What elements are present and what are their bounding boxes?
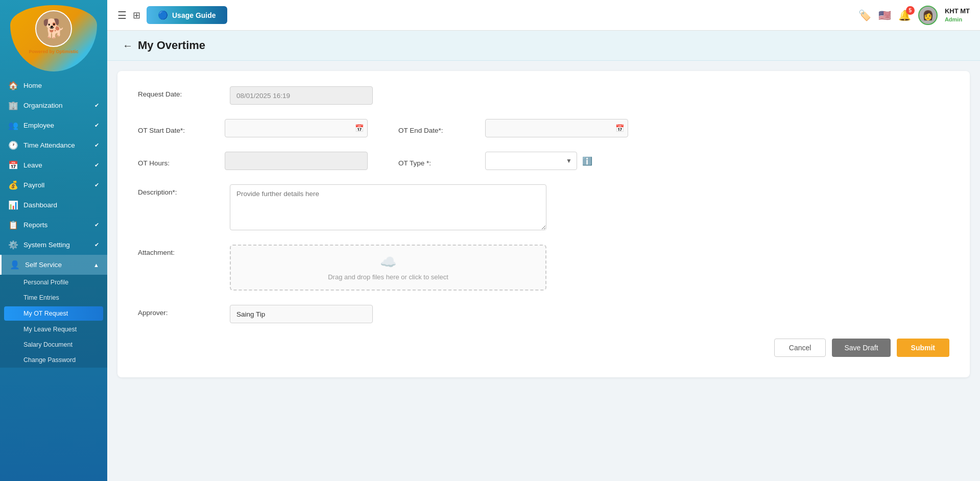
page-content: ← My Overtime Request Date: OT Start Dat… [107, 31, 980, 481]
ot-type-label: OT Type *: [398, 155, 480, 167]
form-actions: Cancel Save Draft Submit [138, 339, 949, 357]
payroll-icon: 💰 [8, 180, 18, 190]
logo-area: 🐕 Powered by Optimistic [0, 0, 107, 71]
reward-icon[interactable]: 🏷️ [858, 9, 871, 21]
ot-hours-type-row: OT Hours: OT Type *: ▼ ℹ️ [138, 152, 949, 170]
user-avatar[interactable]: 👩 [918, 6, 938, 25]
usage-guide-button[interactable]: 🔵 Usage Guide [147, 6, 227, 24]
notification-button[interactable]: 🔔 5 [898, 9, 911, 21]
self-service-icon: 👤 [10, 260, 20, 270]
topbar-right: 🏷️ 🇺🇸 🔔 5 👩 KHT MT Admin [858, 6, 970, 25]
hamburger-menu-icon[interactable]: ☰ [117, 9, 127, 21]
settings-icon: ⚙️ [8, 240, 18, 250]
approver-label: Approver: [138, 305, 220, 317]
self-service-submenu: Personal Profile Time Entries My OT Requ… [0, 275, 107, 368]
user-info: KHT MT Admin [945, 7, 970, 23]
request-date-input[interactable] [230, 86, 373, 105]
sidebar-item-dashboard[interactable]: 📊 Dashboard [0, 195, 107, 215]
description-label: Description*: [138, 184, 220, 196]
attachment-dropzone[interactable]: ☁️ Drag and drop files here or click to … [230, 245, 546, 291]
ot-dates-row: OT Start Date*: 📅 OT End Date*: 📅 [138, 119, 949, 137]
sidebar: 🐕 Powered by Optimistic 🏠 Home 🏢 Organiz… [0, 0, 107, 481]
sidebar-item-label-self-service: Self Service [25, 261, 62, 269]
sidebar-item-my-ot-request[interactable]: My OT Request [4, 306, 103, 321]
ot-start-date-group: OT Start Date*: 📅 [138, 119, 368, 137]
guide-circle-icon: 🔵 [158, 10, 168, 20]
sidebar-item-employee[interactable]: 👥 Employee ✔ [0, 115, 107, 135]
sidebar-item-system-setting[interactable]: ⚙️ System Setting ✔ [0, 235, 107, 255]
sidebar-item-time-attendance[interactable]: 🕐 Time Attendance ✔ [0, 135, 107, 155]
chevron-down-icon: ✔ [94, 222, 99, 228]
sidebar-item-personal-profile[interactable]: Personal Profile [0, 275, 107, 290]
submit-button[interactable]: Submit [897, 339, 949, 357]
notification-badge: 5 [906, 6, 915, 15]
sidebar-item-self-service[interactable]: 👤 Self Service ▲ [0, 255, 107, 275]
attachment-hint-text: Drag and drop files here or click to sel… [328, 273, 448, 281]
chevron-down-icon: ✔ [94, 122, 99, 129]
ot-start-date-label: OT Start Date*: [138, 123, 220, 134]
approver-input[interactable] [230, 305, 373, 323]
sidebar-item-label-emp: Employee [23, 122, 54, 129]
language-flag-icon[interactable]: 🇺🇸 [878, 9, 891, 21]
back-button[interactable]: ← [123, 40, 133, 52]
user-name-label: KHT MT [945, 7, 970, 16]
page-header: ← My Overtime [107, 31, 980, 61]
usage-guide-label: Usage Guide [172, 11, 216, 19]
sidebar-item-time-entries[interactable]: Time Entries [0, 290, 107, 305]
sidebar-item-label-settings: System Setting [23, 241, 70, 249]
approver-row: Approver: [138, 305, 949, 323]
grid-icon[interactable]: ⊞ [133, 10, 140, 21]
ot-end-date-label: OT End Date*: [398, 123, 480, 134]
ot-hours-input[interactable] [225, 152, 368, 170]
sidebar-item-salary-document[interactable]: Salary Document [0, 337, 107, 352]
organization-icon: 🏢 [8, 101, 18, 110]
sidebar-item-my-leave-request[interactable]: My Leave Request [0, 322, 107, 337]
chevron-down-icon: ✔ [94, 102, 99, 109]
sidebar-item-label-home: Home [23, 82, 42, 89]
topbar: ☰ ⊞ 🔵 Usage Guide 🏷️ 🇺🇸 🔔 5 👩 KHT MT Adm… [107, 0, 980, 31]
ot-type-select-wrap: ▼ [485, 152, 577, 170]
description-textarea[interactable] [230, 184, 546, 230]
time-icon: 🕐 [8, 140, 18, 150]
save-draft-button[interactable]: Save Draft [832, 339, 890, 357]
sidebar-item-leave[interactable]: 📅 Leave ✔ [0, 155, 107, 175]
attachment-label: Attachment: [138, 245, 220, 256]
sidebar-item-label-org: Organization [23, 102, 63, 109]
ot-hours-label: OT Hours: [138, 155, 220, 167]
sidebar-item-reports[interactable]: 📋 Reports ✔ [0, 215, 107, 235]
info-icon[interactable]: ℹ️ [582, 156, 592, 166]
cancel-button[interactable]: Cancel [774, 339, 826, 357]
description-row: Description*: [138, 184, 949, 230]
ot-end-date-input[interactable] [485, 119, 628, 137]
sidebar-item-organization[interactable]: 🏢 Organization ✔ [0, 95, 107, 115]
ot-end-date-group: OT End Date*: 📅 [398, 119, 628, 137]
overtime-form: Request Date: OT Start Date*: 📅 OT End D… [117, 71, 970, 377]
chevron-down-icon: ✔ [94, 182, 99, 188]
chevron-up-icon: ▲ [93, 262, 99, 268]
employee-icon: 👥 [8, 121, 18, 130]
dashboard-icon: 📊 [8, 200, 18, 210]
home-icon: 🏠 [8, 81, 18, 90]
ot-start-date-input[interactable] [225, 119, 368, 137]
sidebar-item-label-payroll: Payroll [23, 181, 44, 189]
ot-type-select[interactable] [485, 152, 577, 170]
main-area: ☰ ⊞ 🔵 Usage Guide 🏷️ 🇺🇸 🔔 5 👩 KHT MT Adm… [107, 0, 980, 481]
sidebar-item-change-password[interactable]: Change Password [0, 352, 107, 368]
sidebar-item-home[interactable]: 🏠 Home [0, 76, 107, 95]
chevron-down-icon: ✔ [94, 242, 99, 248]
upload-icon: ☁️ [380, 254, 396, 270]
logo-avatar: 🐕 [35, 10, 72, 47]
ot-hours-group: OT Hours: [138, 152, 368, 170]
sidebar-item-payroll[interactable]: 💰 Payroll ✔ [0, 175, 107, 195]
request-date-row: Request Date: [138, 86, 949, 105]
ot-end-date-wrap: 📅 [485, 119, 628, 137]
chevron-down-icon: ✔ [94, 162, 99, 169]
chevron-down-icon: ✔ [94, 142, 99, 149]
topbar-left: ☰ ⊞ 🔵 Usage Guide [117, 6, 227, 24]
sidebar-item-label-leave: Leave [23, 161, 42, 169]
logo-bg: 🐕 Powered by Optimistic [10, 5, 97, 71]
request-date-label: Request Date: [138, 86, 220, 98]
sidebar-item-label-reports: Reports [23, 221, 47, 229]
sidebar-item-label-dashboard: Dashboard [23, 201, 57, 209]
reports-icon: 📋 [8, 220, 18, 230]
